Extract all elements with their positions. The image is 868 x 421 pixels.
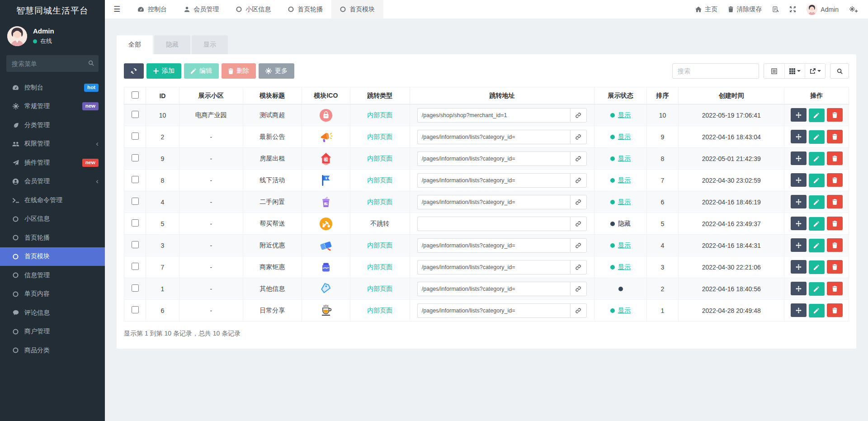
drag-row-button[interactable] <box>791 173 807 187</box>
status-toggle[interactable]: 显示 <box>618 155 631 163</box>
link-icon[interactable] <box>570 260 587 274</box>
drag-row-button[interactable] <box>791 151 807 165</box>
delete-row-button[interactable] <box>827 195 843 208</box>
hamburger-menu-icon[interactable]: ☰ <box>105 0 129 19</box>
delete-row-button[interactable] <box>827 173 843 187</box>
link-icon[interactable] <box>570 173 587 188</box>
sidebar-item-商户管理[interactable]: 商户管理 <box>0 322 105 341</box>
topnav-tab-控制台[interactable]: 控制台 <box>129 0 175 19</box>
clear-cache-button[interactable]: 清除缓存 <box>728 5 762 14</box>
edit-row-button[interactable] <box>809 282 825 296</box>
delete-row-button[interactable] <box>827 108 843 122</box>
drag-row-button[interactable] <box>791 217 807 230</box>
topnav-tab-首页模块[interactable]: 首页模块 <box>331 0 383 19</box>
sidebar-item-常规管理[interactable]: 常规管理new <box>0 97 105 116</box>
edit-row-button[interactable] <box>809 195 825 209</box>
row-checkbox[interactable] <box>132 263 139 270</box>
status-toggle[interactable]: 显示 <box>618 133 631 141</box>
status-toggle[interactable]: 显示 <box>618 307 631 315</box>
status-dot-icon[interactable] <box>618 287 623 291</box>
edit-row-button[interactable] <box>809 174 825 187</box>
row-checkbox[interactable] <box>132 111 139 118</box>
sidebar-search-input[interactable] <box>6 55 99 72</box>
status-toggle[interactable]: 显示 <box>618 176 631 184</box>
fullscreen-button[interactable] <box>790 6 796 12</box>
link-icon[interactable] <box>570 195 587 209</box>
row-checkbox[interactable] <box>132 284 139 292</box>
sidebar-item-首页轮播[interactable]: 首页轮播 <box>0 228 105 247</box>
sidebar-item-评论信息[interactable]: 评论信息 <box>0 303 105 322</box>
select-all-checkbox[interactable] <box>132 91 139 99</box>
drag-row-button[interactable] <box>791 238 807 252</box>
link-icon[interactable] <box>570 303 587 318</box>
link-icon[interactable] <box>570 151 587 166</box>
home-link[interactable]: 主页 <box>695 5 717 14</box>
edit-row-button[interactable] <box>809 152 825 166</box>
jump-url-input[interactable] <box>417 282 570 296</box>
sidebar-item-首页模块[interactable]: 首页模块 <box>0 247 105 266</box>
language-button[interactable] <box>773 6 779 12</box>
edit-row-button[interactable] <box>809 260 825 274</box>
jump-url-input[interactable] <box>417 151 570 166</box>
sidebar-item-在线命令管理[interactable]: 在线命令管理 <box>0 191 105 210</box>
jump-url-input[interactable] <box>417 260 570 274</box>
search-submit-button[interactable] <box>830 63 849 79</box>
topnav-tab-首页轮播[interactable]: 首页轮播 <box>279 0 331 19</box>
status-toggle[interactable]: 隐藏 <box>618 220 631 228</box>
drag-row-button[interactable] <box>791 195 807 208</box>
link-icon[interactable] <box>570 282 587 296</box>
jump-url-input[interactable] <box>417 108 570 123</box>
sidebar-item-控制台[interactable]: 控制台hot <box>0 78 105 97</box>
sidebar-item-权限管理[interactable]: 权限管理‹ <box>0 135 105 154</box>
link-icon[interactable] <box>570 130 587 144</box>
edit-row-button[interactable] <box>809 130 825 144</box>
delete-row-button[interactable] <box>827 151 843 165</box>
columns-button[interactable] <box>784 64 805 78</box>
row-checkbox[interactable] <box>132 132 139 140</box>
topnav-tab-小区信息[interactable]: 小区信息 <box>227 0 279 19</box>
filter-tab-全部[interactable]: 全部 <box>117 35 153 54</box>
status-toggle[interactable]: 显示 <box>618 111 631 119</box>
jump-url-input[interactable] <box>417 238 570 253</box>
row-checkbox[interactable] <box>132 176 139 183</box>
user-menu[interactable]: Admin <box>807 4 839 15</box>
link-icon[interactable] <box>570 108 587 123</box>
delete-row-button[interactable] <box>827 282 843 295</box>
edit-row-button[interactable] <box>809 217 825 231</box>
refresh-button[interactable] <box>124 63 144 79</box>
filter-tab-显示[interactable]: 显示 <box>192 35 228 54</box>
edit-button[interactable]: 编辑 <box>184 63 219 79</box>
edit-row-button[interactable] <box>809 239 825 252</box>
jump-url-input[interactable] <box>417 130 570 144</box>
table-search-input[interactable] <box>672 63 759 79</box>
delete-row-button[interactable] <box>827 303 843 317</box>
jump-url-input[interactable] <box>417 217 570 231</box>
delete-row-button[interactable] <box>827 217 843 230</box>
status-toggle[interactable]: 显示 <box>618 198 631 206</box>
delete-row-button[interactable] <box>827 238 843 252</box>
row-checkbox[interactable] <box>132 241 139 248</box>
sidebar-item-信息管理[interactable]: 信息管理 <box>0 266 105 285</box>
edit-row-button[interactable] <box>809 109 825 122</box>
drag-row-button[interactable] <box>791 282 807 295</box>
detail-view-button[interactable] <box>764 64 784 78</box>
drag-row-button[interactable] <box>791 108 807 122</box>
row-checkbox[interactable] <box>132 306 139 313</box>
row-checkbox[interactable] <box>132 198 139 205</box>
more-button[interactable]: 更多 <box>259 63 294 79</box>
sidebar-item-分类管理[interactable]: 分类管理 <box>0 116 105 135</box>
export-button[interactable] <box>805 64 825 78</box>
delete-row-button[interactable] <box>827 130 843 143</box>
drag-row-button[interactable] <box>791 260 807 274</box>
status-toggle[interactable]: 显示 <box>618 263 631 271</box>
sidebar-item-商品分类[interactable]: 商品分类 <box>0 341 105 360</box>
drag-row-button[interactable] <box>791 303 807 317</box>
sidebar-item-会员管理[interactable]: 会员管理‹ <box>0 172 105 191</box>
edit-row-button[interactable] <box>809 304 825 317</box>
sidebar-item-插件管理[interactable]: 插件管理new <box>0 153 105 172</box>
link-icon[interactable] <box>570 238 587 253</box>
row-checkbox[interactable] <box>132 154 139 161</box>
jump-url-input[interactable] <box>417 303 570 318</box>
row-checkbox[interactable] <box>132 219 139 227</box>
jump-url-input[interactable] <box>417 195 570 209</box>
